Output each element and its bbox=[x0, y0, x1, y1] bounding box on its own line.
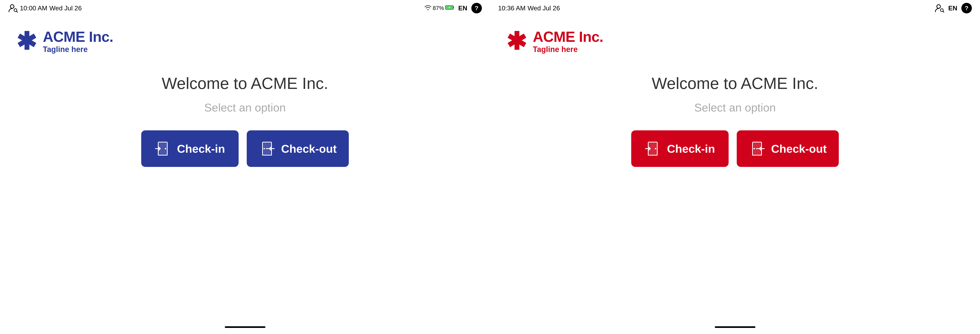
battery-1: 87% bbox=[424, 5, 454, 12]
status-bar-1: 10:00 AMWed Jul 26 87% bbox=[0, 0, 490, 16]
checkout-icon-1 bbox=[259, 141, 275, 157]
logo-tagline-1: Tagline here bbox=[43, 45, 113, 54]
status-right-2: EN ? bbox=[935, 3, 972, 13]
home-indicator-2 bbox=[715, 326, 756, 328]
checkout-button-2[interactable]: Check-out bbox=[737, 130, 839, 167]
panel-red: 10:36 AM Wed Jul 26 EN ? ✱ ACME Inc. Tag… bbox=[490, 0, 980, 334]
checkout-icon-2 bbox=[749, 141, 765, 157]
battery-icon-1 bbox=[445, 5, 454, 11]
help-button-1[interactable]: ? bbox=[471, 3, 482, 13]
logo-asterisk-1: ✱ bbox=[16, 29, 37, 53]
checkout-label-1: Check-out bbox=[281, 142, 337, 155]
logo-asterisk-2: ✱ bbox=[506, 29, 527, 53]
logo-text-2: ACME Inc. Tagline here bbox=[533, 29, 603, 54]
status-date-2: Wed Jul 26 bbox=[528, 5, 560, 12]
select-option-1: Select an option bbox=[0, 97, 490, 126]
battery-percent-1: 87% bbox=[433, 5, 444, 11]
logo-section-2: ✱ ACME Inc. Tagline here bbox=[490, 16, 980, 62]
checkin-label-1: Check-in bbox=[177, 142, 225, 155]
checkin-label-2: Check-in bbox=[667, 142, 715, 155]
checkin-icon-2 bbox=[644, 141, 661, 157]
svg-point-10 bbox=[165, 148, 166, 149]
lang-en-2[interactable]: EN bbox=[948, 5, 957, 12]
status-bar-2: 10:36 AM Wed Jul 26 EN ? bbox=[490, 0, 980, 16]
wifi-icon-1 bbox=[424, 5, 431, 12]
svg-point-17 bbox=[937, 5, 940, 8]
buttons-row-2: Check-in Check-out bbox=[490, 126, 980, 171]
logo-section-1: ✱ ACME Inc. Tagline here bbox=[0, 16, 490, 62]
status-date-1: Wed Jul 26 bbox=[49, 5, 82, 12]
svg-point-23 bbox=[655, 148, 656, 149]
checkin-icon-1 bbox=[154, 141, 171, 157]
status-time-2: 10:36 AM bbox=[498, 5, 525, 12]
home-indicator-1 bbox=[225, 326, 266, 328]
status-left-2: 10:36 AM Wed Jul 26 bbox=[498, 5, 560, 12]
checkout-button-1[interactable]: Check-out bbox=[247, 130, 349, 167]
panel-blue: 10:00 AMWed Jul 26 87% bbox=[0, 0, 490, 334]
logo-title-1: ACME Inc. bbox=[43, 29, 113, 45]
status-time-1: 10:00 AM bbox=[20, 5, 47, 12]
svg-point-28 bbox=[753, 148, 755, 149]
user-search-icon-1 bbox=[8, 3, 18, 13]
lang-en-1[interactable]: EN bbox=[458, 5, 467, 12]
checkin-button-1[interactable]: Check-in bbox=[141, 130, 239, 167]
status-left-1: 10:00 AMWed Jul 26 bbox=[8, 3, 82, 13]
status-right-1: 87% EN ? bbox=[424, 3, 482, 13]
svg-point-0 bbox=[10, 5, 14, 8]
logo-title-2: ACME Inc. bbox=[533, 29, 603, 45]
select-option-2: Select an option bbox=[490, 97, 980, 126]
help-button-2[interactable]: ? bbox=[961, 3, 972, 13]
svg-line-2 bbox=[16, 11, 18, 12]
svg-point-15 bbox=[263, 148, 265, 149]
svg-line-19 bbox=[943, 11, 944, 12]
welcome-text-2: Welcome to ACME Inc. bbox=[490, 62, 980, 97]
welcome-text-1: Welcome to ACME Inc. bbox=[0, 62, 490, 97]
logo-tagline-2: Tagline here bbox=[533, 45, 603, 54]
checkout-label-2: Check-out bbox=[771, 142, 827, 155]
buttons-row-1: Check-in Check-out bbox=[0, 126, 490, 171]
user-search-icon-2 bbox=[935, 3, 944, 13]
logo-text-1: ACME Inc. Tagline here bbox=[43, 29, 113, 54]
checkin-button-2[interactable]: Check-in bbox=[631, 130, 729, 167]
